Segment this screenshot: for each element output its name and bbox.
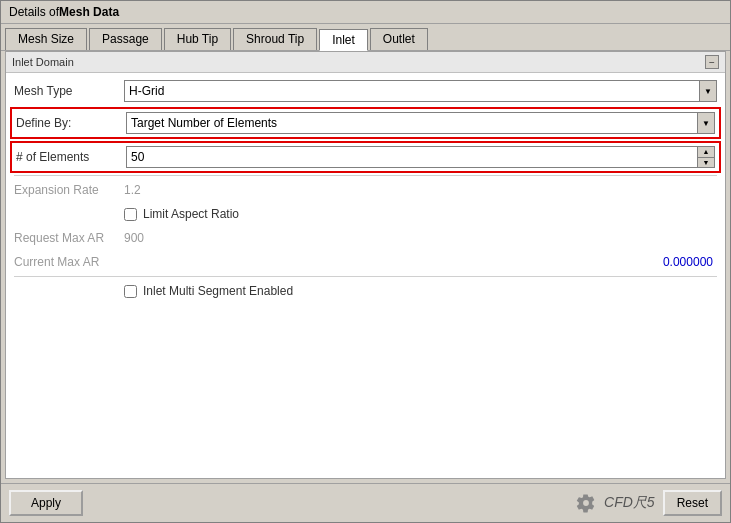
request-max-ar-row: Request Max AR 900	[10, 226, 721, 250]
collapse-button[interactable]: −	[705, 55, 719, 69]
num-elements-up-button[interactable]: ▲	[698, 147, 714, 158]
mesh-type-label: Mesh Type	[14, 84, 124, 98]
expansion-rate-label: Expansion Rate	[14, 183, 124, 197]
num-elements-down-button[interactable]: ▼	[698, 158, 714, 168]
footer: Apply CFD尺5 Reset	[1, 483, 730, 522]
limit-aspect-ratio-checkbox[interactable]	[124, 208, 137, 221]
divider-1	[14, 175, 717, 176]
form-area: Mesh Type H-GridO-Grid ▼ Define By: Targ…	[6, 73, 725, 307]
define-by-label: Define By:	[16, 116, 126, 130]
tab-hub-tip[interactable]: Hub Tip	[164, 28, 231, 50]
divider-2	[14, 276, 717, 277]
num-elements-label: # of Elements	[16, 150, 126, 164]
title-bold: Mesh Data	[59, 5, 119, 19]
num-elements-spinner-wrapper: ▲ ▼	[126, 146, 715, 168]
num-elements-row: # of Elements ▲ ▼	[10, 141, 721, 173]
inlet-multi-segment-row: Inlet Multi Segment Enabled	[10, 279, 721, 303]
num-elements-spinner-buttons: ▲ ▼	[697, 146, 715, 168]
tab-mesh-size[interactable]: Mesh Size	[5, 28, 87, 50]
request-max-ar-value: 900	[124, 231, 717, 245]
tab-outlet[interactable]: Outlet	[370, 28, 428, 50]
tab-shroud-tip[interactable]: Shroud Tip	[233, 28, 317, 50]
num-elements-input[interactable]	[126, 146, 715, 168]
current-max-ar-value: 0.000000	[124, 255, 717, 269]
title-bar: Details of Mesh Data	[1, 1, 730, 24]
section-label: Inlet Domain	[12, 56, 74, 68]
title-prefix: Details of	[9, 5, 59, 19]
define-by-dropdown-wrapper: Target Number of ElementsElement Size ▼	[126, 112, 715, 134]
mesh-type-row: Mesh Type H-GridO-Grid ▼	[10, 77, 721, 105]
limit-aspect-ratio-label: Limit Aspect Ratio	[143, 207, 239, 221]
tabs-bar: Mesh Size Passage Hub Tip Shroud Tip Inl…	[1, 24, 730, 51]
apply-button[interactable]: Apply	[9, 490, 83, 516]
main-window: Details of Mesh Data Mesh Size Passage H…	[0, 0, 731, 523]
current-max-ar-row: Current Max AR 0.000000	[10, 250, 721, 274]
define-by-dropdown[interactable]: Target Number of ElementsElement Size	[126, 112, 715, 134]
content-area: Inlet Domain − Mesh Type H-GridO-Grid ▼ …	[5, 51, 726, 479]
inlet-multi-segment-label: Inlet Multi Segment Enabled	[143, 284, 293, 298]
current-max-ar-label: Current Max AR	[14, 255, 124, 269]
section-header: Inlet Domain −	[6, 52, 725, 73]
expansion-rate-value: 1.2	[124, 183, 717, 197]
reset-button[interactable]: Reset	[663, 490, 722, 516]
limit-aspect-ratio-row: Limit Aspect Ratio	[10, 202, 721, 226]
tab-passage[interactable]: Passage	[89, 28, 162, 50]
cfd-logo: CFD尺5	[604, 494, 655, 512]
footer-right: CFD尺5 Reset	[576, 490, 722, 516]
expansion-rate-row: Expansion Rate 1.2	[10, 178, 721, 202]
inlet-multi-segment-checkbox[interactable]	[124, 285, 137, 298]
gear-icon	[576, 493, 596, 513]
empty-area	[6, 307, 725, 478]
mesh-type-dropdown-wrapper: H-GridO-Grid ▼	[124, 80, 717, 102]
mesh-type-dropdown[interactable]: H-GridO-Grid	[124, 80, 717, 102]
tab-inlet[interactable]: Inlet	[319, 29, 368, 51]
request-max-ar-label: Request Max AR	[14, 231, 124, 245]
define-by-row: Define By: Target Number of ElementsElem…	[10, 107, 721, 139]
